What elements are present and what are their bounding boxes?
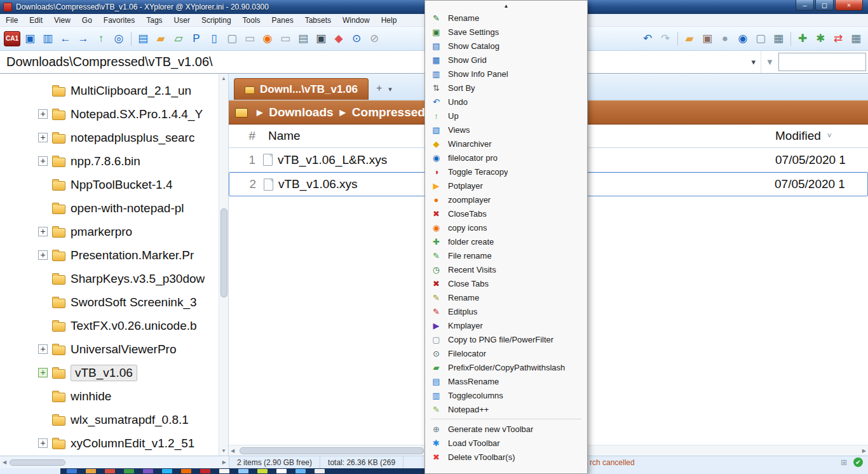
tree-item[interactable]: notepadplusplus_searc bbox=[0, 126, 219, 149]
paste-icon[interactable]: ▱ bbox=[170, 30, 187, 47]
context-menu-item[interactable]: ▤ Show Catalog bbox=[425, 39, 587, 53]
tree-item[interactable]: Notepad.SX.Pro.1.4.4_Y bbox=[0, 102, 219, 126]
breadcrumb-part[interactable]: Downloads bbox=[269, 105, 333, 119]
breadcrumb-part[interactable]: Compressed bbox=[352, 105, 425, 119]
context-menu-item[interactable]: ⇅ Sort By bbox=[425, 81, 587, 95]
tree-item[interactable]: xyColumnEdit_v1.2_51 bbox=[0, 431, 219, 455]
scroll-left-icon[interactable]: ◀ bbox=[231, 448, 234, 454]
scroll-up-icon[interactable]: ▲ bbox=[221, 76, 226, 81]
new-folder-icon[interactable]: ▰ bbox=[153, 30, 169, 47]
context-menu-item[interactable]: ✎ Rename bbox=[425, 11, 587, 25]
tree-item[interactable]: Presentation.Marker.Pr bbox=[0, 243, 219, 267]
context-menu-item[interactable]: ✎ Notepad++ bbox=[425, 402, 587, 416]
context-menu-item[interactable]: ▶ Potplayer bbox=[425, 179, 587, 193]
toolbar-separator[interactable] bbox=[128, 30, 133, 47]
context-menu-item[interactable]: ● zoomplayer bbox=[425, 193, 587, 207]
context-menu-item[interactable]: ◉ filelocator pro bbox=[425, 151, 587, 165]
taskbar-icon[interactable] bbox=[295, 469, 306, 473]
tree-item[interactable]: SharpKeys.v3.5_p30dow bbox=[0, 267, 219, 290]
context-menu-item[interactable]: ✖ Close Tabs bbox=[425, 276, 587, 290]
context-menu-item[interactable]: ◷ Recent Visits bbox=[425, 262, 587, 276]
taskbar-icon[interactable] bbox=[219, 469, 229, 473]
context-menu-item[interactable]: ✖ CloseTabs bbox=[425, 207, 587, 220]
monitor-icon[interactable]: ▣ bbox=[313, 30, 329, 47]
scroll-right-icon[interactable]: ▶ bbox=[222, 459, 226, 465]
tree-item[interactable]: NppToolBucket-1.4 bbox=[0, 173, 219, 196]
hotlist-icon[interactable]: ◎ bbox=[111, 30, 127, 47]
menu-scroll-up-icon[interactable]: ▲ bbox=[425, 1, 587, 11]
context-menu-item[interactable]: ✚ folder create bbox=[425, 234, 587, 248]
taskbar-icon[interactable] bbox=[276, 469, 287, 473]
back-icon[interactable]: ← bbox=[57, 30, 74, 47]
swap-panes-icon[interactable]: ⇄ bbox=[830, 30, 846, 47]
context-menu-item[interactable]: ⊕ Generate new vToolbar bbox=[425, 422, 587, 436]
paste-path-icon[interactable]: P bbox=[188, 30, 205, 47]
context-menu-item[interactable]: ▣ Save Settings bbox=[425, 25, 587, 39]
tree-expander-icon[interactable] bbox=[38, 133, 48, 142]
oval-button2-icon[interactable]: ▭ bbox=[277, 30, 294, 47]
tree-horizontal-scrollbar[interactable]: ◀ ▶ bbox=[0, 456, 229, 468]
undo-icon[interactable]: ↶ bbox=[639, 30, 656, 47]
menubar-item[interactable]: File bbox=[0, 16, 24, 25]
context-menu-item[interactable]: ↶ Undo bbox=[425, 95, 587, 109]
menubar-item[interactable]: Go bbox=[76, 16, 98, 25]
taskbar-icon[interactable] bbox=[143, 469, 153, 473]
tree-item[interactable]: wlx_sumatrapdf_0.8.1 bbox=[0, 408, 219, 431]
filter-input[interactable] bbox=[778, 53, 866, 71]
context-menu-item[interactable]: ▶ Kmplayer bbox=[425, 318, 587, 332]
new-tab-button[interactable]: + bbox=[376, 83, 382, 93]
tree-expander-icon[interactable] bbox=[38, 227, 48, 236]
taskbar-icon[interactable] bbox=[86, 469, 96, 473]
context-menu-item[interactable]: ⊙ Filelocator bbox=[425, 346, 587, 360]
tree-expander-icon[interactable] bbox=[38, 368, 48, 377]
run-icon[interactable]: ● bbox=[717, 30, 733, 47]
tree-item[interactable]: npp.7.8.6.bin bbox=[0, 149, 219, 173]
menubar-item[interactable]: Panes bbox=[266, 16, 299, 25]
tree-item[interactable]: open-with-notepad-pl bbox=[0, 196, 219, 220]
scrollbar-thumb[interactable] bbox=[220, 208, 227, 297]
context-menu-item[interactable]: ▦ Show Grid bbox=[425, 53, 587, 67]
teracopy-icon[interactable]: ◉ bbox=[259, 30, 276, 47]
context-menu-item[interactable]: ▤ MassRename bbox=[425, 374, 587, 388]
tree-expander-icon[interactable] bbox=[38, 250, 48, 260]
taskbar-icon[interactable] bbox=[105, 469, 115, 473]
column-header-modified[interactable]: Modified ˅ bbox=[775, 129, 868, 143]
address-input[interactable]: Downloads\Compressed\vTB_v1.06\ ▾ bbox=[0, 51, 761, 73]
menubar-item[interactable]: Favorites bbox=[98, 16, 140, 25]
menubar-item[interactable]: View bbox=[48, 16, 76, 25]
menubar-item[interactable]: Help bbox=[376, 16, 403, 25]
toolbar-separator[interactable] bbox=[788, 30, 793, 47]
filter-funnel-icon[interactable]: ▼ bbox=[761, 51, 778, 73]
list-icon[interactable]: ▤ bbox=[295, 30, 311, 47]
status-grid-icon[interactable]: ⊞ bbox=[841, 458, 847, 467]
copy-icon[interactable]: ▤ bbox=[135, 30, 151, 47]
scroll-left-icon[interactable]: ◀ bbox=[3, 459, 6, 465]
context-menu-item[interactable]: ▥ Togglecolumns bbox=[425, 388, 587, 402]
toolbar-separator[interactable] bbox=[675, 30, 680, 47]
context-menu-item[interactable]: ▢ Copy to PNG file/PowerFilter bbox=[425, 332, 587, 346]
oval-button-icon[interactable]: ▭ bbox=[241, 30, 258, 47]
notes-icon[interactable]: ▯ bbox=[206, 30, 222, 47]
tree-item[interactable]: winhide bbox=[0, 384, 219, 408]
file-icon[interactable]: ▢ bbox=[224, 30, 240, 47]
tree-vertical-scrollbar[interactable]: ▲ ▼ bbox=[219, 74, 228, 456]
cancel-icon[interactable]: ⊘ bbox=[366, 30, 383, 47]
scroll-down-icon[interactable]: ▼ bbox=[221, 448, 226, 454]
xyplorer-logo-icon[interactable]: CA1 bbox=[4, 31, 20, 46]
tree-item[interactable]: SwordSoft Screenink_3 bbox=[0, 290, 219, 314]
folder-plus-icon[interactable]: ▰ bbox=[681, 30, 698, 47]
context-menu-item[interactable]: ✎ Rename bbox=[425, 290, 587, 304]
scrollbar-thumb[interactable] bbox=[240, 447, 424, 454]
column-header-number[interactable]: # bbox=[229, 129, 258, 143]
minimize-button[interactable]: – bbox=[796, 0, 814, 11]
context-menu-item[interactable]: ▧ Views bbox=[425, 123, 587, 137]
context-menu-item[interactable]: ▥ Show Info Panel bbox=[425, 67, 587, 81]
search-icon[interactable]: ⊙ bbox=[348, 30, 365, 47]
scroll-right-icon[interactable]: ▶ bbox=[862, 448, 866, 454]
tree-item[interactable]: MultiClipboard_2.1_un bbox=[0, 79, 219, 102]
filelocator-icon[interactable]: ◉ bbox=[735, 30, 751, 47]
maximize-button[interactable]: ◻ bbox=[815, 0, 834, 11]
scrollbar-thumb[interactable] bbox=[10, 459, 65, 466]
taskbar-icon[interactable] bbox=[238, 469, 248, 473]
tree-expander-icon[interactable] bbox=[38, 156, 48, 166]
